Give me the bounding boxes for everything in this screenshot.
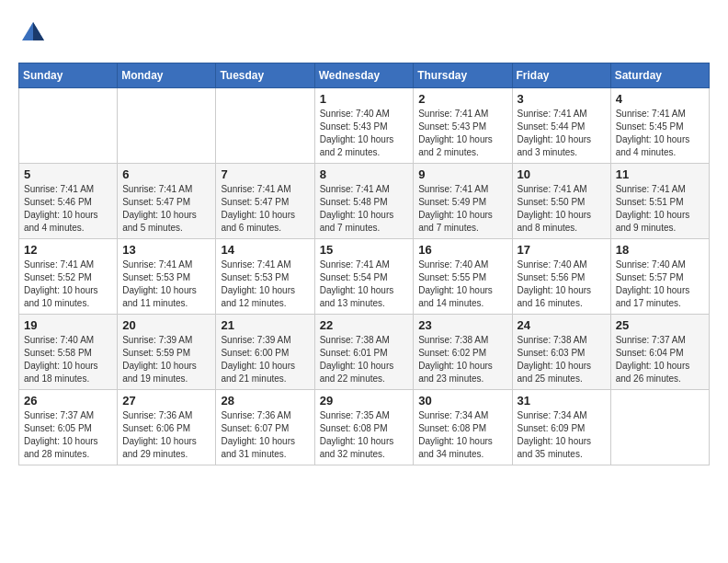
day-info: Sunrise: 7:41 AM Sunset: 5:53 PM Dayligh…	[122, 259, 210, 310]
header-monday: Monday	[118, 63, 216, 88]
day-cell: 16Sunrise: 7:40 AM Sunset: 5:55 PM Dayli…	[414, 239, 512, 315]
day-cell: 9Sunrise: 7:41 AM Sunset: 5:49 PM Daylig…	[414, 164, 512, 239]
day-info: Sunrise: 7:41 AM Sunset: 5:43 PM Dayligh…	[418, 108, 506, 159]
day-info: Sunrise: 7:41 AM Sunset: 5:54 PM Dayligh…	[320, 259, 409, 310]
day-number: 19	[24, 318, 112, 332]
day-info: Sunrise: 7:34 AM Sunset: 6:09 PM Dayligh…	[518, 409, 606, 461]
header-wednesday: Wednesday	[314, 63, 414, 88]
day-number: 14	[221, 243, 309, 257]
week-row-3: 12Sunrise: 7:41 AM Sunset: 5:52 PM Dayli…	[19, 239, 710, 315]
day-number: 29	[320, 394, 409, 408]
day-info: Sunrise: 7:35 AM Sunset: 6:08 PM Dayligh…	[320, 409, 409, 461]
day-number: 11	[616, 167, 704, 181]
day-number: 18	[616, 243, 704, 257]
week-row-5: 26Sunrise: 7:37 AM Sunset: 6:05 PM Dayli…	[19, 390, 710, 465]
day-number: 15	[320, 243, 409, 257]
day-cell: 13Sunrise: 7:41 AM Sunset: 5:53 PM Dayli…	[118, 239, 216, 315]
day-info: Sunrise: 7:40 AM Sunset: 5:43 PM Dayligh…	[320, 108, 409, 159]
day-info: Sunrise: 7:36 AM Sunset: 6:06 PM Dayligh…	[122, 409, 210, 461]
day-cell: 1Sunrise: 7:40 AM Sunset: 5:43 PM Daylig…	[314, 88, 414, 164]
day-number: 8	[320, 167, 409, 181]
day-cell: 26Sunrise: 7:37 AM Sunset: 6:05 PM Dayli…	[19, 390, 118, 465]
day-cell: 30Sunrise: 7:34 AM Sunset: 6:08 PM Dayli…	[414, 390, 512, 465]
day-number: 6	[122, 167, 210, 181]
day-cell: 25Sunrise: 7:37 AM Sunset: 6:04 PM Dayli…	[610, 315, 709, 390]
day-number: 27	[122, 394, 210, 408]
day-info: Sunrise: 7:40 AM Sunset: 5:55 PM Dayligh…	[418, 259, 506, 310]
day-number: 13	[122, 243, 210, 257]
day-info: Sunrise: 7:41 AM Sunset: 5:49 PM Dayligh…	[418, 183, 506, 235]
day-cell: 29Sunrise: 7:35 AM Sunset: 6:08 PM Dayli…	[314, 390, 414, 465]
day-info: Sunrise: 7:41 AM Sunset: 5:47 PM Dayligh…	[122, 183, 210, 235]
logo-icon	[18, 18, 48, 48]
day-info: Sunrise: 7:37 AM Sunset: 6:04 PM Dayligh…	[616, 334, 704, 385]
header-thursday: Thursday	[414, 63, 512, 88]
day-cell: 11Sunrise: 7:41 AM Sunset: 5:51 PM Dayli…	[610, 164, 709, 239]
day-number: 5	[24, 167, 112, 181]
week-row-4: 19Sunrise: 7:40 AM Sunset: 5:58 PM Dayli…	[19, 315, 710, 390]
day-cell: 5Sunrise: 7:41 AM Sunset: 5:46 PM Daylig…	[19, 164, 118, 239]
day-number: 31	[518, 394, 606, 408]
logo	[18, 18, 51, 48]
day-cell: 27Sunrise: 7:36 AM Sunset: 6:06 PM Dayli…	[118, 390, 216, 465]
day-number: 4	[616, 92, 704, 106]
day-cell: 7Sunrise: 7:41 AM Sunset: 5:47 PM Daylig…	[216, 164, 314, 239]
day-number: 2	[418, 92, 506, 106]
day-info: Sunrise: 7:38 AM Sunset: 6:01 PM Dayligh…	[320, 334, 409, 385]
day-info: Sunrise: 7:41 AM Sunset: 5:47 PM Dayligh…	[221, 183, 309, 235]
day-number: 28	[221, 394, 309, 408]
day-cell: 17Sunrise: 7:40 AM Sunset: 5:56 PM Dayli…	[512, 239, 610, 315]
day-number: 20	[122, 318, 210, 332]
day-info: Sunrise: 7:38 AM Sunset: 6:03 PM Dayligh…	[518, 334, 606, 385]
week-row-2: 5Sunrise: 7:41 AM Sunset: 5:46 PM Daylig…	[19, 164, 710, 239]
day-info: Sunrise: 7:41 AM Sunset: 5:46 PM Dayligh…	[24, 183, 112, 235]
day-cell: 15Sunrise: 7:41 AM Sunset: 5:54 PM Dayli…	[314, 239, 414, 315]
day-info: Sunrise: 7:41 AM Sunset: 5:44 PM Dayligh…	[518, 108, 606, 159]
day-cell: 6Sunrise: 7:41 AM Sunset: 5:47 PM Daylig…	[118, 164, 216, 239]
header-sunday: Sunday	[19, 63, 118, 88]
day-cell: 31Sunrise: 7:34 AM Sunset: 6:09 PM Dayli…	[512, 390, 610, 465]
day-info: Sunrise: 7:38 AM Sunset: 6:02 PM Dayligh…	[418, 334, 506, 385]
page-header	[18, 18, 710, 48]
day-cell: 20Sunrise: 7:39 AM Sunset: 5:59 PM Dayli…	[118, 315, 216, 390]
day-number: 1	[320, 92, 409, 106]
day-info: Sunrise: 7:41 AM Sunset: 5:45 PM Dayligh…	[616, 108, 704, 159]
week-row-1: 1Sunrise: 7:40 AM Sunset: 5:43 PM Daylig…	[19, 88, 710, 164]
day-cell: 24Sunrise: 7:38 AM Sunset: 6:03 PM Dayli…	[512, 315, 610, 390]
day-cell: 22Sunrise: 7:38 AM Sunset: 6:01 PM Dayli…	[314, 315, 414, 390]
day-info: Sunrise: 7:41 AM Sunset: 5:53 PM Dayligh…	[221, 259, 309, 310]
header-saturday: Saturday	[610, 63, 709, 88]
day-cell: 3Sunrise: 7:41 AM Sunset: 5:44 PM Daylig…	[512, 88, 610, 164]
day-info: Sunrise: 7:41 AM Sunset: 5:52 PM Dayligh…	[24, 259, 112, 310]
day-number: 7	[221, 167, 309, 181]
header-tuesday: Tuesday	[216, 63, 314, 88]
day-cell: 23Sunrise: 7:38 AM Sunset: 6:02 PM Dayli…	[414, 315, 512, 390]
day-cell: 18Sunrise: 7:40 AM Sunset: 5:57 PM Dayli…	[610, 239, 709, 315]
calendar-table: SundayMondayTuesdayWednesdayThursdayFrid…	[18, 63, 710, 465]
day-number: 17	[518, 243, 606, 257]
day-info: Sunrise: 7:40 AM Sunset: 5:56 PM Dayligh…	[518, 259, 606, 310]
day-info: Sunrise: 7:36 AM Sunset: 6:07 PM Dayligh…	[221, 409, 309, 461]
svg-marker-1	[33, 22, 44, 40]
day-cell: 28Sunrise: 7:36 AM Sunset: 6:07 PM Dayli…	[216, 390, 314, 465]
day-info: Sunrise: 7:41 AM Sunset: 5:51 PM Dayligh…	[616, 183, 704, 235]
day-cell: 10Sunrise: 7:41 AM Sunset: 5:50 PM Dayli…	[512, 164, 610, 239]
day-cell	[118, 88, 216, 164]
day-cell: 4Sunrise: 7:41 AM Sunset: 5:45 PM Daylig…	[610, 88, 709, 164]
day-number: 30	[418, 394, 506, 408]
day-cell: 19Sunrise: 7:40 AM Sunset: 5:58 PM Dayli…	[19, 315, 118, 390]
day-info: Sunrise: 7:39 AM Sunset: 6:00 PM Dayligh…	[221, 334, 309, 385]
day-cell: 12Sunrise: 7:41 AM Sunset: 5:52 PM Dayli…	[19, 239, 118, 315]
header-friday: Friday	[512, 63, 610, 88]
day-number: 23	[418, 318, 506, 332]
day-number: 24	[518, 318, 606, 332]
day-info: Sunrise: 7:40 AM Sunset: 5:58 PM Dayligh…	[24, 334, 112, 385]
day-number: 12	[24, 243, 112, 257]
day-cell	[19, 88, 118, 164]
day-info: Sunrise: 7:34 AM Sunset: 6:08 PM Dayligh…	[418, 409, 506, 461]
calendar-header-row: SundayMondayTuesdayWednesdayThursdayFrid…	[19, 63, 710, 88]
day-number: 10	[518, 167, 606, 181]
day-cell: 8Sunrise: 7:41 AM Sunset: 5:48 PM Daylig…	[314, 164, 414, 239]
day-cell	[610, 390, 709, 465]
day-info: Sunrise: 7:40 AM Sunset: 5:57 PM Dayligh…	[616, 259, 704, 310]
